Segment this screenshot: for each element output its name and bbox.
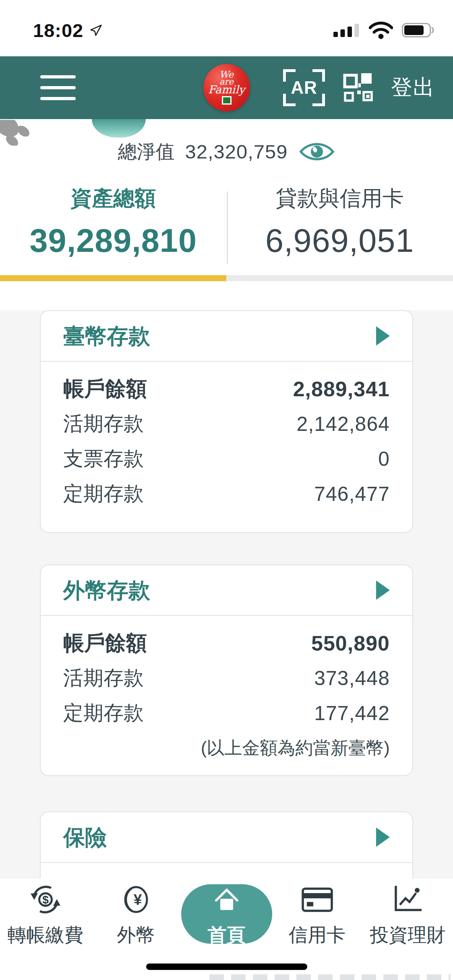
- table-row: 帳戶餘額 2,889,341: [63, 371, 390, 406]
- tab-value: 6,969,051: [227, 220, 453, 261]
- card-title: 臺幣存款: [63, 325, 150, 347]
- table-row: 支票存款 0: [63, 441, 390, 476]
- card-foreign-deposits: 外幣存款 帳戶餘額 550,890 活期存款 373,448 定期存款 177,…: [40, 564, 413, 776]
- table-row: 定期存款 746,477: [63, 476, 390, 511]
- nav-transfer[interactable]: $ 轉帳繳費: [0, 879, 91, 980]
- nav-label: 信用卡: [289, 923, 345, 947]
- cellular-signal-icon: [333, 23, 360, 37]
- tab-label: 資產總額: [0, 186, 227, 211]
- tab-label: 貸款與信用卡: [227, 186, 453, 211]
- card-title: 保險: [63, 826, 107, 848]
- table-row: 帳戶餘額 550,890: [63, 626, 390, 661]
- svg-text:$: $: [42, 894, 49, 906]
- tabs-divider: [227, 191, 228, 264]
- menu-icon[interactable]: [29, 71, 87, 104]
- nav-label: 投資理財: [370, 923, 446, 947]
- foreign-currency-icon: ¥: [118, 882, 154, 917]
- home-icon: [211, 882, 242, 917]
- clipped-content-peek: [209, 974, 451, 980]
- tab-assets-total[interactable]: 資產總額 39,289,810: [0, 186, 227, 261]
- table-row: 定期存款 177,442: [63, 696, 390, 731]
- mascot-paw-decoration: [0, 120, 48, 146]
- nav-label: 轉帳繳費: [8, 923, 83, 947]
- bank-logo: We are Family: [203, 64, 250, 111]
- home-indicator[interactable]: [146, 964, 307, 970]
- status-bar: 18:02: [0, 0, 453, 56]
- card-twd-deposits: 臺幣存款 帳戶餘額 2,889,341 活期存款 2,142,864 支票存款 …: [40, 310, 413, 533]
- card-twd-header[interactable]: 臺幣存款: [41, 311, 412, 361]
- app-header: We are Family AR 登出: [0, 56, 453, 119]
- card-insurance-header[interactable]: 保險: [41, 812, 412, 862]
- tab-value: 39,289,810: [0, 220, 227, 261]
- transfer-icon: $: [28, 882, 63, 917]
- table-row: 活期存款 2,142,864: [63, 406, 390, 441]
- ar-scan-button[interactable]: AR: [283, 69, 325, 106]
- chevron-right-icon: [376, 581, 390, 600]
- summary-tabs: 資產總額 39,289,810 貸款與信用卡 6,969,051: [0, 186, 453, 261]
- location-services-icon: [89, 23, 103, 37]
- active-tab-underline: [0, 275, 453, 281]
- card-title: 外幣存款: [63, 579, 150, 601]
- nav-investment[interactable]: 投資理財: [362, 879, 453, 980]
- battery-icon: [402, 23, 436, 37]
- net-worth-label: 總淨值: [118, 139, 174, 165]
- nav-label: 首頁: [208, 923, 246, 947]
- logo-mark: [222, 96, 232, 105]
- card-foreign-header[interactable]: 外幣存款: [41, 565, 412, 615]
- chevron-right-icon: [376, 326, 390, 346]
- eye-visibility-icon[interactable]: [298, 140, 335, 163]
- nav-label: 外幣: [117, 923, 155, 947]
- qr-code-icon[interactable]: [343, 72, 373, 103]
- wifi-icon: [369, 21, 393, 39]
- status-time: 18:02: [33, 19, 83, 41]
- table-row: 活期存款 373,448: [63, 661, 390, 696]
- investment-icon: [390, 882, 426, 917]
- net-worth-value: 32,320,759: [185, 140, 288, 163]
- net-worth-row: 總淨值 32,320,759: [0, 119, 453, 164]
- banking-home-screen: 18:02: [0, 0, 453, 980]
- logo-text: Family: [208, 85, 245, 94]
- conversion-note: (以上金額為約當新臺幣): [63, 731, 390, 766]
- chevron-right-icon: [376, 828, 390, 847]
- tab-loans-credit[interactable]: 貸款與信用卡 6,969,051: [227, 186, 453, 261]
- logout-button[interactable]: 登出: [391, 73, 435, 102]
- credit-card-icon: [300, 882, 335, 917]
- svg-text:¥: ¥: [133, 891, 142, 908]
- content: 總淨值 32,320,759 資產總額 39,289,810 貸款與信用卡 6,…: [0, 119, 453, 980]
